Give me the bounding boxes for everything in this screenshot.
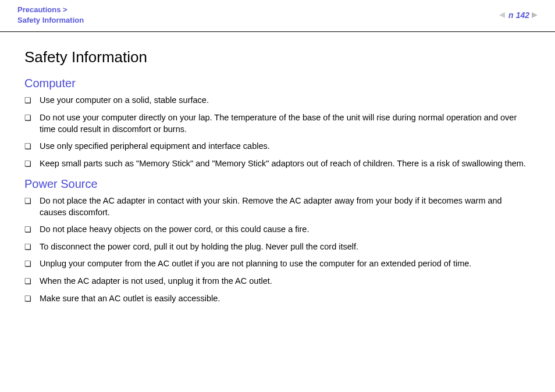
list-item: ❏ Make sure that an AC outlet is easily … bbox=[24, 293, 531, 305]
list-item-text: Do not place the AC adapter in contact w… bbox=[40, 195, 531, 218]
bullet-icon: ❏ bbox=[24, 241, 31, 253]
bullet-list: ❏ Use your computer on a solid, stable s… bbox=[24, 95, 531, 169]
list-item: ❏ Use only specified peripheral equipmen… bbox=[24, 141, 531, 152]
bullet-icon: ❏ bbox=[24, 158, 31, 170]
list-item-text: Keep small parts such as "Memory Stick" … bbox=[40, 158, 531, 170]
breadcrumb-line1: Precautions > bbox=[17, 5, 84, 15]
prev-page-icon[interactable] bbox=[499, 12, 505, 18]
list-item-text: Unplug your computer from the AC outlet … bbox=[40, 258, 531, 270]
bullet-icon: ❏ bbox=[24, 258, 31, 270]
list-item: ❏ Do not place heavy objects on the powe… bbox=[24, 224, 531, 236]
list-item-text: When the AC adapter is not used, unplug … bbox=[40, 276, 531, 287]
list-item-text: Make sure that an AC outlet is easily ac… bbox=[40, 293, 531, 305]
page-header: Precautions > Safety Information n 142 bbox=[0, 0, 555, 32]
list-item: ❏ Keep small parts such as "Memory Stick… bbox=[24, 158, 531, 170]
list-item-text: Use only specified peripheral equipment … bbox=[40, 141, 531, 152]
list-item-text: To disconnect the power cord, pull it ou… bbox=[40, 241, 531, 253]
list-item: ❏ When the AC adapter is not used, unplu… bbox=[24, 276, 531, 287]
page-number: 142 bbox=[516, 10, 529, 20]
bullet-icon: ❏ bbox=[24, 276, 31, 287]
list-item-text: Use your computer on a solid, stable sur… bbox=[40, 95, 531, 106]
next-page-icon[interactable] bbox=[532, 12, 538, 18]
bullet-icon: ❏ bbox=[24, 195, 31, 218]
page-content: Safety Information Computer ❏ Use your c… bbox=[0, 32, 555, 326]
list-item-text: Do not place heavy objects on the power … bbox=[40, 224, 531, 236]
page-title: Safety Information bbox=[24, 48, 531, 66]
bullet-icon: ❏ bbox=[24, 141, 31, 152]
breadcrumb: Precautions > Safety Information bbox=[17, 5, 84, 26]
list-item: ❏ Unplug your computer from the AC outle… bbox=[24, 258, 531, 270]
section-heading: Computer bbox=[24, 77, 531, 90]
list-item: ❏ To disconnect the power cord, pull it … bbox=[24, 241, 531, 253]
section-heading: Power Source bbox=[24, 177, 531, 191]
bullet-icon: ❏ bbox=[24, 112, 31, 135]
bullet-icon: ❏ bbox=[24, 293, 31, 305]
list-item: ❏ Do not place the AC adapter in contact… bbox=[24, 195, 531, 218]
bullet-list: ❏ Do not place the AC adapter in contact… bbox=[24, 195, 531, 304]
page-number-nav: n 142 bbox=[499, 10, 538, 20]
breadcrumb-line2: Safety Information bbox=[17, 15, 84, 26]
bullet-icon: ❏ bbox=[24, 224, 31, 236]
list-item: ❏ Do not use your computer directly on y… bbox=[24, 112, 531, 135]
bullet-icon: ❏ bbox=[24, 95, 31, 106]
list-item: ❏ Use your computer on a solid, stable s… bbox=[24, 95, 531, 106]
n-mark: n bbox=[508, 10, 514, 20]
list-item-text: Do not use your computer directly on you… bbox=[40, 112, 531, 135]
